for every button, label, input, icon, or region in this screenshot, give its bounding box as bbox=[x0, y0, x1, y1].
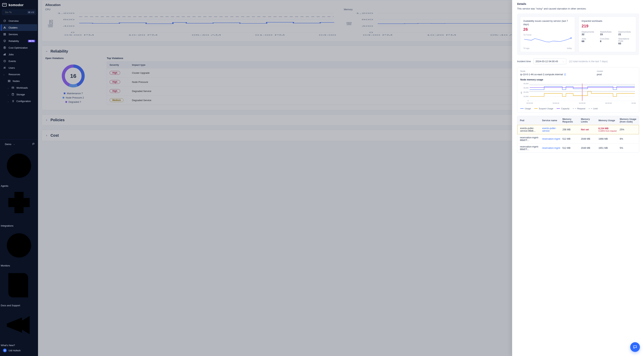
kpi-row: Availability issues caused by service (l… bbox=[517, 13, 639, 55]
availability-card: Availability issues caused by service (l… bbox=[520, 16, 575, 52]
pod-name: events-puller-service-86b6… bbox=[520, 127, 540, 132]
impacted-value: 219 bbox=[582, 24, 633, 28]
legend-dash-icon bbox=[573, 108, 576, 109]
service-link[interactable]: reservation-mgmt bbox=[542, 138, 560, 140]
nav-agents[interactable]: Agents bbox=[1, 147, 37, 187]
chevron-right-icon bbox=[45, 134, 48, 137]
flag-icon[interactable] bbox=[32, 143, 35, 146]
list-icon bbox=[11, 99, 14, 103]
svg-text:1,200: 1,200 bbox=[356, 12, 373, 14]
legend-label: Degraded 7 bbox=[68, 100, 81, 103]
incident-time-select[interactable]: 2024-03-12 04:00:43 bbox=[534, 58, 566, 64]
workload-type: StatefulSets bbox=[600, 31, 615, 33]
nav-workloads[interactable]: Workloads bbox=[1, 84, 37, 91]
trend-start: 7d ago bbox=[523, 47, 530, 49]
cpu-label: CPU bbox=[45, 8, 338, 11]
svg-rect-16 bbox=[4, 54, 4, 55]
clock-icon bbox=[3, 59, 6, 63]
legend-request: Request bbox=[577, 107, 585, 110]
svg-rect-14 bbox=[5, 34, 6, 35]
nav-configuration[interactable]: Configuration bbox=[1, 98, 37, 104]
trend-title: 7d Trend bbox=[523, 34, 572, 36]
cost-title: Cost bbox=[50, 133, 59, 138]
svg-rect-22 bbox=[8, 80, 10, 81]
workload-type: CronJobs bbox=[600, 38, 615, 40]
incident-time-value: 2024-03-12 04:00:43 bbox=[536, 60, 558, 63]
svg-text:40,000: 40,000 bbox=[524, 83, 529, 84]
workload-type: Deployments bbox=[582, 31, 596, 33]
svg-text:04:03:20: 04:03:20 bbox=[605, 102, 612, 104]
pod-row[interactable]: reservation-mgmt-86b67f… reservation-mgm… bbox=[517, 143, 639, 152]
nav-reliability[interactable]: Reliability BETA bbox=[1, 38, 37, 44]
mem-lim: Not set bbox=[581, 128, 596, 131]
nav-monitors[interactable]: Monitors bbox=[1, 227, 37, 267]
chat-fab[interactable] bbox=[630, 342, 640, 352]
nav-nodes-label: Nodes bbox=[13, 80, 20, 82]
external-link-icon[interactable] bbox=[564, 73, 566, 76]
svg-point-25 bbox=[12, 93, 14, 94]
th-pod: Pod bbox=[520, 119, 540, 122]
nav-users-label: Users bbox=[8, 66, 15, 69]
nav-cost[interactable]: Cost Optimization bbox=[1, 44, 37, 51]
nav-docs[interactable]: Docs and Support bbox=[1, 267, 37, 307]
svg-point-64 bbox=[570, 37, 572, 38]
incident-note: (12 total incidents in the last 7 days) bbox=[569, 60, 608, 63]
nav-whatsnew[interactable]: What's New? bbox=[1, 307, 37, 347]
svg-text:400: 400 bbox=[362, 25, 373, 27]
svg-line-7 bbox=[5, 20, 5, 21]
nav-jobs[interactable]: Jobs bbox=[1, 51, 37, 58]
th-service: Service name bbox=[542, 119, 560, 122]
nav-integrations[interactable]: Integrations bbox=[1, 187, 37, 227]
nav-overview[interactable]: Overview bbox=[1, 17, 37, 24]
svg-text:03:53:20: 03:53:20 bbox=[526, 102, 533, 104]
violations-donut: 16 bbox=[60, 63, 86, 89]
pod-row[interactable]: reservation-mgmt-86b67f… reservation-mgm… bbox=[517, 134, 639, 143]
mem-from-node: 5% bbox=[620, 147, 636, 149]
nav-events[interactable]: Events bbox=[1, 58, 37, 64]
trend-sparkline bbox=[523, 36, 572, 46]
svg-text:MiB: MiB bbox=[345, 22, 353, 25]
beta-badge: BETA bbox=[28, 40, 35, 42]
impacted-card: Impacted workloads 219 Deployments32Stat… bbox=[578, 16, 636, 52]
svg-rect-12 bbox=[5, 33, 6, 34]
mem-req: 256 MB bbox=[562, 128, 579, 131]
shield-check-icon bbox=[3, 39, 6, 43]
mem-usage: 1651 MB bbox=[598, 147, 618, 149]
nav-monitors-label: Monitors bbox=[1, 264, 10, 267]
svg-rect-18 bbox=[5, 53, 6, 55]
workload-stat: StatefulSets15 bbox=[600, 31, 615, 36]
nav-group-resources[interactable]: Resources bbox=[1, 71, 37, 78]
service-link[interactable]: events-puller-service bbox=[542, 127, 556, 132]
nav-nodes[interactable]: Nodes bbox=[1, 78, 37, 84]
svg-point-21 bbox=[5, 67, 6, 68]
nav-users[interactable]: Users bbox=[1, 64, 37, 71]
user-menu[interactable]: U Udi Hofesh bbox=[1, 347, 37, 354]
nav-services[interactable]: Services bbox=[1, 31, 37, 38]
goto-search[interactable]: ⌘ + K bbox=[2, 9, 36, 15]
severity-pill: High bbox=[110, 89, 120, 93]
workload-value: 15 bbox=[600, 33, 615, 36]
collapse-icon[interactable] bbox=[45, 50, 48, 53]
svg-text:Millicores: Millicores bbox=[46, 20, 54, 27]
chevron-right-icon bbox=[45, 119, 48, 121]
th-lim: Memory Limits bbox=[581, 118, 596, 123]
nav-clusters[interactable]: Clusters bbox=[1, 24, 37, 31]
workspace-switcher[interactable]: Demo bbox=[3, 143, 15, 146]
service-link[interactable]: reservation-mgmt bbox=[542, 147, 560, 149]
nav-storage[interactable]: Storage bbox=[1, 91, 37, 98]
pod-row[interactable]: events-puller-service-86b6… events-pulle… bbox=[517, 125, 639, 134]
dollar-icon bbox=[3, 46, 6, 49]
mem-chart: 010,00020,00030,00040,000Mb03:53:2003:56… bbox=[520, 82, 636, 105]
th-from-node: Memory Usage (from node) bbox=[620, 118, 636, 123]
svg-rect-24 bbox=[12, 87, 14, 88]
mem-legend: Usage Suspect Usage Capacity Request Lim… bbox=[520, 107, 636, 110]
agent-icon bbox=[1, 182, 37, 185]
chevron-down-icon bbox=[13, 143, 15, 145]
nav-storage-label: Storage bbox=[16, 93, 25, 96]
legend-swatch bbox=[62, 97, 64, 98]
legend-usage: Usage bbox=[525, 107, 531, 110]
incident-time-row: Incident time 2024-03-12 04:00:43 (12 to… bbox=[517, 58, 639, 64]
mem-req: 512 MB bbox=[562, 138, 579, 140]
node-link[interactable]: ip-10-0-1-44.us-east-2.compute.internal bbox=[520, 73, 563, 76]
svg-text:0: 0 bbox=[528, 100, 528, 102]
